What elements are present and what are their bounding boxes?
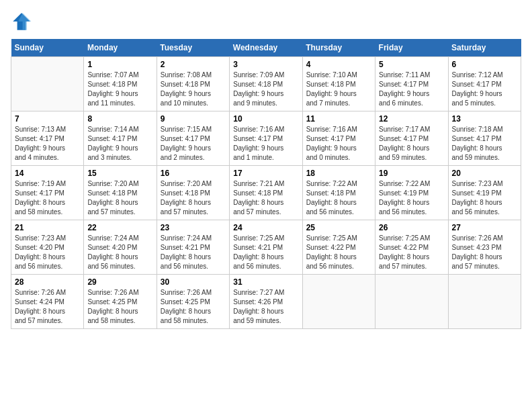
day-number: 27: [452, 223, 517, 232]
calendar-cell: 3Sunrise: 7:09 AM Sunset: 4:18 PM Daylig…: [230, 57, 302, 111]
day-info: Sunrise: 7:11 AM Sunset: 4:17 PM Dayligh…: [379, 71, 444, 108]
day-info: Sunrise: 7:15 AM Sunset: 4:17 PM Dayligh…: [161, 125, 226, 163]
weekday-header-thursday: Thursday: [302, 39, 375, 57]
day-info: Sunrise: 7:08 AM Sunset: 4:18 PM Dayligh…: [161, 71, 226, 108]
day-info: Sunrise: 7:25 AM Sunset: 4:22 PM Dayligh…: [306, 234, 371, 271]
day-info: Sunrise: 7:19 AM Sunset: 4:17 PM Dayligh…: [15, 179, 80, 217]
weekday-header-friday: Friday: [375, 39, 448, 57]
day-info: Sunrise: 7:18 AM Sunset: 4:17 PM Dayligh…: [452, 125, 517, 163]
header: [11, 11, 521, 32]
day-info: Sunrise: 7:25 AM Sunset: 4:22 PM Dayligh…: [379, 234, 444, 271]
day-number: 3: [233, 60, 298, 69]
day-number: 6: [452, 60, 517, 69]
day-number: 21: [15, 223, 80, 232]
calendar-cell: 27Sunrise: 7:26 AM Sunset: 4:23 PM Dayli…: [448, 220, 521, 275]
calendar-cell: 10Sunrise: 7:16 AM Sunset: 4:17 PM Dayli…: [230, 111, 302, 166]
day-number: 7: [15, 114, 80, 124]
calendar-cell: 16Sunrise: 7:20 AM Sunset: 4:18 PM Dayli…: [157, 166, 229, 220]
week-row-1: 7Sunrise: 7:13 AM Sunset: 4:17 PM Daylig…: [11, 111, 521, 166]
day-info: Sunrise: 7:20 AM Sunset: 4:18 PM Dayligh…: [87, 179, 152, 217]
day-number: 22: [87, 223, 152, 232]
calendar-cell: 19Sunrise: 7:22 AM Sunset: 4:19 PM Dayli…: [375, 166, 448, 220]
day-number: 10: [233, 114, 298, 124]
day-number: 2: [161, 60, 226, 69]
day-number: 26: [379, 223, 444, 232]
calendar-cell: [11, 57, 84, 111]
day-number: 28: [15, 277, 80, 287]
day-number: 4: [306, 60, 371, 69]
day-number: 8: [87, 114, 152, 124]
calendar-cell: [448, 275, 521, 329]
day-info: Sunrise: 7:12 AM Sunset: 4:17 PM Dayligh…: [452, 71, 517, 108]
day-number: 14: [15, 169, 80, 178]
day-number: 31: [233, 277, 298, 287]
calendar-cell: 12Sunrise: 7:17 AM Sunset: 4:17 PM Dayli…: [375, 111, 448, 166]
calendar-cell: 13Sunrise: 7:18 AM Sunset: 4:17 PM Dayli…: [448, 111, 521, 166]
calendar-cell: 29Sunrise: 7:26 AM Sunset: 4:25 PM Dayli…: [84, 275, 157, 329]
day-info: Sunrise: 7:25 AM Sunset: 4:21 PM Dayligh…: [233, 234, 298, 271]
day-number: 17: [233, 169, 298, 178]
calendar-cell: 6Sunrise: 7:12 AM Sunset: 4:17 PM Daylig…: [448, 57, 521, 111]
calendar-cell: 11Sunrise: 7:16 AM Sunset: 4:17 PM Dayli…: [302, 111, 375, 166]
day-number: 16: [161, 169, 226, 178]
week-row-0: 1Sunrise: 7:07 AM Sunset: 4:18 PM Daylig…: [11, 57, 521, 111]
calendar-cell: 4Sunrise: 7:10 AM Sunset: 4:18 PM Daylig…: [302, 57, 375, 111]
calendar-cell: 25Sunrise: 7:25 AM Sunset: 4:22 PM Dayli…: [302, 220, 375, 275]
logo: [11, 11, 35, 32]
calendar-cell: [302, 275, 375, 329]
weekday-header-sunday: Sunday: [11, 39, 84, 57]
day-info: Sunrise: 7:26 AM Sunset: 4:23 PM Dayligh…: [452, 234, 517, 271]
day-info: Sunrise: 7:16 AM Sunset: 4:17 PM Dayligh…: [233, 125, 298, 163]
day-number: 29: [87, 277, 152, 287]
week-row-4: 28Sunrise: 7:26 AM Sunset: 4:24 PM Dayli…: [11, 275, 521, 329]
calendar-cell: 14Sunrise: 7:19 AM Sunset: 4:17 PM Dayli…: [11, 166, 84, 220]
day-info: Sunrise: 7:10 AM Sunset: 4:18 PM Dayligh…: [306, 71, 371, 108]
calendar-cell: 20Sunrise: 7:23 AM Sunset: 4:19 PM Dayli…: [448, 166, 521, 220]
calendar-cell: 17Sunrise: 7:21 AM Sunset: 4:18 PM Dayli…: [230, 166, 302, 220]
day-number: 9: [161, 114, 226, 124]
day-info: Sunrise: 7:26 AM Sunset: 4:25 PM Dayligh…: [161, 288, 226, 326]
day-info: Sunrise: 7:16 AM Sunset: 4:17 PM Dayligh…: [306, 125, 371, 163]
calendar-cell: 15Sunrise: 7:20 AM Sunset: 4:18 PM Dayli…: [84, 166, 157, 220]
calendar-cell: 24Sunrise: 7:25 AM Sunset: 4:21 PM Dayli…: [230, 220, 302, 275]
day-number: 11: [306, 114, 371, 124]
calendar-cell: 22Sunrise: 7:24 AM Sunset: 4:20 PM Dayli…: [84, 220, 157, 275]
day-number: 24: [233, 223, 298, 232]
day-info: Sunrise: 7:21 AM Sunset: 4:18 PM Dayligh…: [233, 179, 298, 217]
day-info: Sunrise: 7:14 AM Sunset: 4:17 PM Dayligh…: [87, 125, 152, 163]
day-number: 25: [306, 223, 371, 232]
day-number: 5: [379, 60, 444, 69]
calendar-cell: 26Sunrise: 7:25 AM Sunset: 4:22 PM Dayli…: [375, 220, 448, 275]
day-number: 18: [306, 169, 371, 178]
calendar-cell: 9Sunrise: 7:15 AM Sunset: 4:17 PM Daylig…: [157, 111, 229, 166]
day-info: Sunrise: 7:27 AM Sunset: 4:26 PM Dayligh…: [233, 288, 298, 326]
weekday-header-wednesday: Wednesday: [230, 39, 302, 57]
day-info: Sunrise: 7:26 AM Sunset: 4:25 PM Dayligh…: [87, 288, 152, 326]
day-info: Sunrise: 7:13 AM Sunset: 4:17 PM Dayligh…: [15, 125, 80, 163]
day-number: 15: [87, 169, 152, 178]
calendar-cell: 1Sunrise: 7:07 AM Sunset: 4:18 PM Daylig…: [84, 57, 157, 111]
day-info: Sunrise: 7:07 AM Sunset: 4:18 PM Dayligh…: [87, 71, 152, 108]
calendar-cell: [375, 275, 448, 329]
weekday-header-saturday: Saturday: [448, 39, 521, 57]
weekday-header-tuesday: Tuesday: [157, 39, 229, 57]
day-number: 19: [379, 169, 444, 178]
calendar-cell: 8Sunrise: 7:14 AM Sunset: 4:17 PM Daylig…: [84, 111, 157, 166]
weekday-header-monday: Monday: [84, 39, 157, 57]
day-info: Sunrise: 7:26 AM Sunset: 4:24 PM Dayligh…: [15, 288, 80, 326]
day-info: Sunrise: 7:17 AM Sunset: 4:17 PM Dayligh…: [379, 125, 444, 163]
day-info: Sunrise: 7:23 AM Sunset: 4:19 PM Dayligh…: [452, 179, 517, 217]
day-info: Sunrise: 7:24 AM Sunset: 4:20 PM Dayligh…: [87, 234, 152, 271]
calendar-cell: 5Sunrise: 7:11 AM Sunset: 4:17 PM Daylig…: [375, 57, 448, 111]
calendar-cell: 31Sunrise: 7:27 AM Sunset: 4:26 PM Dayli…: [230, 275, 302, 329]
day-info: Sunrise: 7:22 AM Sunset: 4:18 PM Dayligh…: [306, 179, 371, 217]
calendar-cell: 7Sunrise: 7:13 AM Sunset: 4:17 PM Daylig…: [11, 111, 84, 166]
week-row-3: 21Sunrise: 7:23 AM Sunset: 4:20 PM Dayli…: [11, 220, 521, 275]
day-number: 13: [452, 114, 517, 124]
day-info: Sunrise: 7:09 AM Sunset: 4:18 PM Dayligh…: [233, 71, 298, 108]
calendar-cell: 2Sunrise: 7:08 AM Sunset: 4:18 PM Daylig…: [157, 57, 229, 111]
weekday-header-row: SundayMondayTuesdayWednesdayThursdayFrid…: [11, 39, 521, 57]
day-info: Sunrise: 7:22 AM Sunset: 4:19 PM Dayligh…: [379, 179, 444, 217]
day-info: Sunrise: 7:23 AM Sunset: 4:20 PM Dayligh…: [15, 234, 80, 271]
day-number: 30: [161, 277, 226, 287]
